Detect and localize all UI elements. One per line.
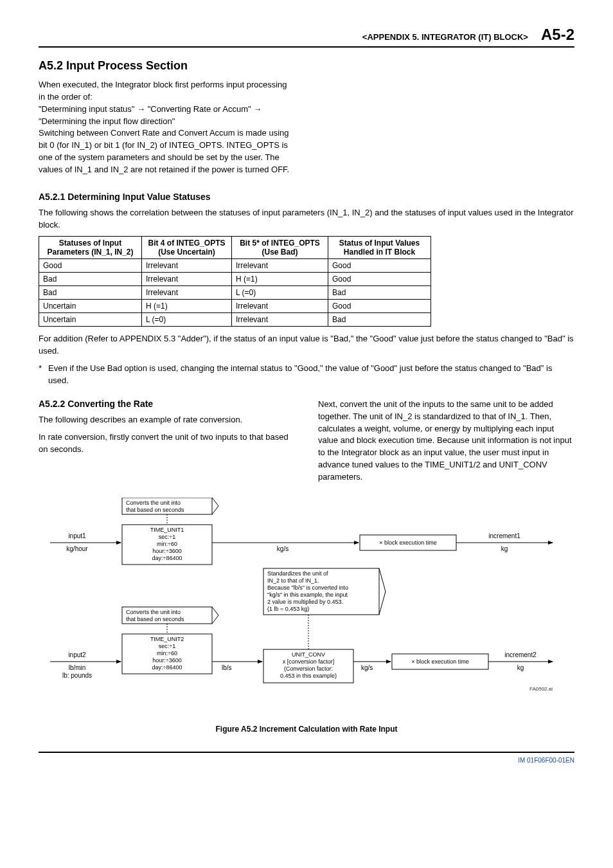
diag-tu1-day: day:÷86400 [152,555,182,561]
table-cell: H (=1) [142,300,232,313]
table-row: UncertainH (=1)IrrelevantGood [39,300,431,313]
diag-unitconv-l3: 0.453 in this example) [280,673,337,679]
page-header: <APPENDIX 5. INTEGRATOR (IT) BLOCK> A5-2 [39,26,574,48]
th-3: Status of Input Values Handled in IT Blo… [328,237,431,259]
table-after-note: For addition (Refer to APPENDIX 5.3 "Add… [39,333,574,357]
table-cell: Irrelevant [232,259,328,273]
page-number: A5-2 [541,26,574,44]
diag-tu1-sec: sec:÷1 [159,534,175,540]
table-cell: Bad [39,286,142,300]
table-cell: Irrelevant [232,313,328,327]
table-cell: Uncertain [39,313,142,327]
footnote-mark: * [39,363,42,387]
diag-kg2: kg [517,664,524,671]
diag-std6: (1 lb = 0.453 kg) [267,606,309,612]
table-row: BadIrrelevantH (=1)Good [39,273,431,286]
diag-tu2-hour: hour:÷3600 [152,657,181,664]
diag-std4: "kg/s" in this example, the input [267,592,348,598]
table-cell: Irrelevant [232,300,328,313]
diag-input2-unit1: lb/min [69,664,86,671]
diag-increment1: increment1 [488,532,520,539]
table-cell: Irrelevant [142,259,232,273]
footer-bar: IM 01F06F00-01EN [39,752,574,764]
footnote-text: Even if the Use Bad option is used, chan… [48,363,574,387]
table-row: BadIrrelevantL (=0)Bad [39,286,431,300]
footnote: * Even if the Use Bad option is used, ch… [39,363,574,387]
table-cell: Bad [39,273,142,286]
diag-convhdr1a: Converts the unit into [126,500,181,506]
table-row: UncertainL (=0)IrrelevantBad [39,313,431,327]
table-cell: Bad [328,313,431,327]
subsection-2-title: A5.2.2 Converting the Rate [39,399,295,409]
diag-blockexec1: × block execution time [379,539,436,546]
diag-tu1-title: TIME_UNIT1 [150,527,184,533]
diag-tu2-title: TIME_UNIT2 [150,636,184,642]
table-cell: Bad [328,286,431,300]
diag-tu2-sec: sec:÷1 [159,643,175,649]
th-1: Bit 4 of INTEG_OPTS (Use Uncertain) [142,237,232,259]
sub2-left-1: The following describes an example of ra… [39,414,295,426]
rate-diagram: Converts the unit into that based on sec… [39,498,574,734]
diag-tu1-hour: hour:÷3600 [152,548,181,554]
diag-kg1: kg [501,545,508,552]
table-cell: Good [328,300,431,313]
table-cell: H (=1) [232,273,328,286]
sub2-left-2: In rate conversion, firstly convert the … [39,431,295,456]
diag-input2: input2 [68,651,86,658]
diag-std2: IN_2 to that of IN_1. [267,577,319,584]
table-cell: Irrelevant [142,286,232,300]
diag-code: FA0502.ai [529,686,553,692]
diag-blockexec2: × block execution time [411,658,468,665]
table-cell: Good [328,273,431,286]
diag-increment2: increment2 [504,651,537,658]
diag-kgs2: kg/s [361,664,373,671]
diag-convhdr2a: Converts the unit into [126,609,181,615]
diag-std3: Because "lb/s" is converted into [267,584,348,591]
diag-input1: input1 [68,532,86,539]
figure-caption: Figure A5.2 Increment Calculation with R… [39,725,574,734]
diag-std1: Standardizes the unit of [267,570,328,577]
chapter-title: <APPENDIX 5. INTEGRATOR (IT) BLOCK> [362,32,528,42]
diag-std5: 2 value is multiplied by 0.453. [267,599,343,605]
doc-number: IM 01F06F00-01EN [518,757,574,764]
th-2: Bit 5* of INTEG_OPTS (Use Bad) [232,237,328,259]
subsection-1-title: A5.2.1 Determining Input Value Statuses [39,192,574,202]
section-title: A5.2 Input Process Section [39,59,574,73]
table-row: GoodIrrelevantIrrelevantGood [39,259,431,273]
table-cell: L (=0) [142,313,232,327]
subsection-1-lead: The following shows the correlation betw… [39,207,574,231]
diag-kgs1: kg/s [277,545,289,552]
th-0: Statuses of Input Parameters (IN_1, IN_2… [39,237,142,259]
table-header-row: Statuses of Input Parameters (IN_1, IN_2… [39,237,431,259]
diag-convhdr2b: that based on seconds [126,616,184,622]
diag-tu1-min: min:÷60 [157,541,177,547]
diag-convhdr1b: that based on seconds [126,507,184,513]
diag-input1-unit: kg/hour [66,545,88,552]
diag-tu2-min: min:÷60 [157,650,177,656]
table-cell: Irrelevant [142,273,232,286]
status-table: Statuses of Input Parameters (IN_1, IN_2… [39,236,431,327]
diag-tu2-day: day:÷86400 [152,664,182,671]
diag-input2-unit2: lb: pounds [62,672,92,679]
table-cell: L (=0) [232,286,328,300]
diag-unitconv-title: UNIT_CONV [292,651,325,658]
table-cell: Good [328,259,431,273]
diag-unitconv-l2: (Conversion factor: [284,665,333,672]
diag-unitconv-l1: x [conversion factor] [283,658,335,665]
section-intro: When executed, the Integrator block firs… [39,79,296,176]
table-cell: Good [39,259,142,273]
table-cell: Uncertain [39,300,142,313]
sub2-right: Next, convert the unit of the inputs to … [318,399,574,484]
diag-lbs: lb/s [222,664,232,671]
